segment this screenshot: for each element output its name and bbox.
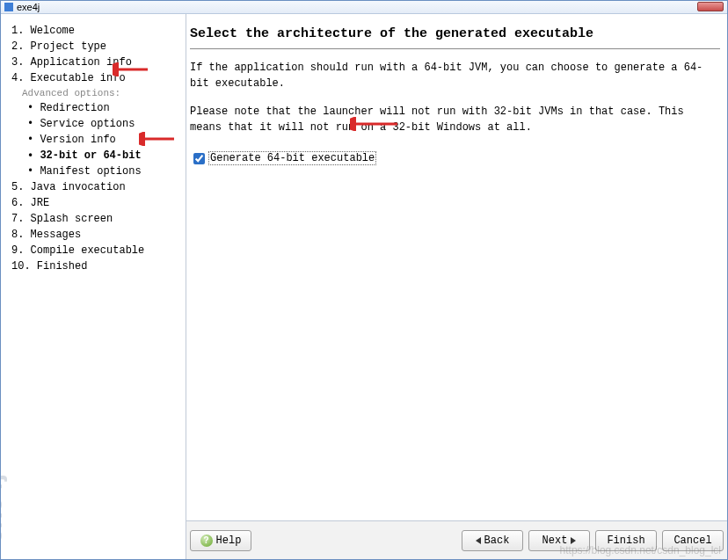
step-project-type[interactable]: 2. Project type [11,39,184,55]
page-heading: Select the architecture of the generated… [190,26,720,49]
description-p2: Please note that the launcher will not r… [190,104,720,135]
chevron-left-icon [476,537,481,544]
finish-button[interactable]: Finish [595,530,657,551]
next-button[interactable]: Next [528,530,590,551]
adv-manifest-options[interactable]: Manifest options [11,164,184,179]
adv-32-64-bit[interactable]: 32-bit or 64-bit [11,148,184,164]
step-welcome[interactable]: 1. Welcome [11,23,184,39]
step-messages[interactable]: 8. Messages [11,227,184,243]
help-icon: ? [200,535,213,547]
step-splash-screen[interactable]: 7. Splash screen [11,211,184,227]
advanced-options-label: Advanced options: [11,86,184,100]
close-icon[interactable] [697,2,724,11]
content-area: 1. Welcome 2. Project type 3. Applicatio… [1,14,727,559]
adv-service-options[interactable]: Service options [11,116,184,132]
titlebar[interactable]: exe4j [1,1,727,14]
description-p1: If the application should run with a 64-… [190,60,720,91]
app-icon [4,3,13,11]
step-executable-info[interactable]: 4. Executable info [11,70,184,86]
main-body: Select the architecture of the generated… [186,14,727,520]
step-finished[interactable]: 10. Finished [11,258,184,274]
chevron-right-icon [571,537,576,544]
adv-version-info[interactable]: Version info [11,132,184,148]
generate-64bit-row: Generate 64-bit executable [190,151,720,165]
cancel-button[interactable]: Cancel [662,530,724,551]
generate-64bit-label[interactable]: Generate 64-bit executable [208,151,376,165]
main-panel: Select the architecture of the generated… [186,14,727,559]
help-button[interactable]: ? Help [190,530,251,551]
window-title: exe4j [17,2,40,12]
brand-watermark: exe4j [1,473,8,543]
adv-redirection[interactable]: Redirection [11,100,184,116]
step-java-invocation[interactable]: 5. Java invocation [11,179,184,195]
step-compile-executable[interactable]: 9. Compile executable [11,243,184,258]
step-jre[interactable]: 6. JRE [11,195,184,211]
back-button[interactable]: Back [462,530,523,551]
wizard-window: exe4j 1. Welcome 2. Project type 3. Appl… [0,0,728,560]
step-application-info[interactable]: 3. Application info [11,55,184,70]
button-bar: ? Help Back Next Finish Cancel [186,520,727,559]
generate-64bit-checkbox[interactable] [193,153,205,164]
wizard-sidebar: 1. Welcome 2. Project type 3. Applicatio… [1,14,186,559]
